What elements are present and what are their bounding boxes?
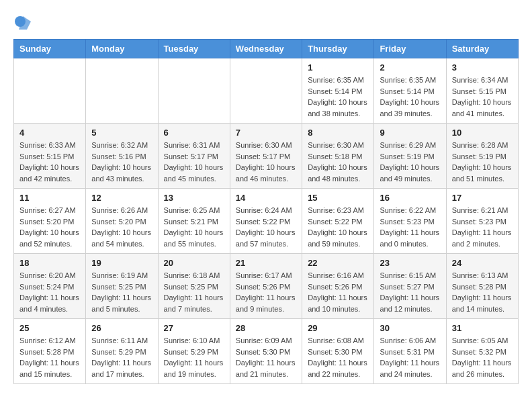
calendar-week-row-1: 1Sunrise: 6:35 AM Sunset: 5:14 PM Daylig… [14,58,519,124]
day-info: Sunrise: 6:27 AM Sunset: 5:20 PM Dayligh… [19,205,80,249]
day-info: Sunrise: 6:19 AM Sunset: 5:25 PM Dayligh… [91,270,152,314]
day-info: Sunrise: 6:31 AM Sunset: 5:17 PM Dayligh… [164,140,224,184]
day-info: Sunrise: 6:34 AM Sunset: 5:15 PM Dayligh… [452,75,513,119]
day-number: 11 [19,193,80,203]
day-number: 19 [91,258,152,268]
day-info: Sunrise: 6:12 AM Sunset: 5:28 PM Dayligh… [19,335,80,379]
day-number: 9 [380,128,440,138]
day-info: Sunrise: 6:11 AM Sunset: 5:29 PM Dayligh… [91,335,152,379]
day-number: 23 [380,258,440,268]
calendar-cell: 18Sunrise: 6:20 AM Sunset: 5:24 PM Dayli… [14,254,86,319]
day-info: Sunrise: 6:15 AM Sunset: 5:27 PM Dayligh… [380,270,440,314]
calendar-cell: 16Sunrise: 6:22 AM Sunset: 5:23 PM Dayli… [374,189,446,254]
day-number: 18 [19,258,80,268]
day-info: Sunrise: 6:33 AM Sunset: 5:15 PM Dayligh… [19,140,80,184]
day-number: 4 [19,128,80,138]
calendar-cell [230,58,302,124]
day-info: Sunrise: 6:17 AM Sunset: 5:26 PM Dayligh… [236,270,296,314]
day-info: Sunrise: 6:21 AM Sunset: 5:23 PM Dayligh… [452,205,513,249]
calendar-cell: 12Sunrise: 6:26 AM Sunset: 5:20 PM Dayli… [86,189,158,254]
day-info: Sunrise: 6:30 AM Sunset: 5:17 PM Dayligh… [236,140,296,184]
calendar-cell: 27Sunrise: 6:10 AM Sunset: 5:29 PM Dayli… [158,319,230,384]
day-number: 25 [19,323,80,333]
calendar-cell: 21Sunrise: 6:17 AM Sunset: 5:26 PM Dayli… [230,254,302,319]
calendar-cell: 4Sunrise: 6:33 AM Sunset: 5:15 PM Daylig… [14,124,86,189]
calendar-cell: 22Sunrise: 6:16 AM Sunset: 5:26 PM Dayli… [302,254,374,319]
weekday-header-friday: Friday [374,40,446,58]
calendar-cell [86,58,158,124]
calendar-cell: 2Sunrise: 6:35 AM Sunset: 5:14 PM Daylig… [374,58,446,124]
weekday-header-monday: Monday [86,40,158,58]
day-number: 13 [164,193,224,203]
calendar-cell: 13Sunrise: 6:25 AM Sunset: 5:21 PM Dayli… [158,189,230,254]
calendar-cell: 23Sunrise: 6:15 AM Sunset: 5:27 PM Dayli… [374,254,446,319]
day-number: 7 [236,128,296,138]
day-number: 24 [452,258,513,268]
calendar-cell: 14Sunrise: 6:24 AM Sunset: 5:22 PM Dayli… [230,189,302,254]
day-info: Sunrise: 6:05 AM Sunset: 5:32 PM Dayligh… [452,335,513,379]
calendar-cell: 20Sunrise: 6:18 AM Sunset: 5:25 PM Dayli… [158,254,230,319]
calendar-cell: 8Sunrise: 6:30 AM Sunset: 5:18 PM Daylig… [302,124,374,189]
day-info: Sunrise: 6:30 AM Sunset: 5:18 PM Dayligh… [308,140,368,184]
day-number: 21 [236,258,296,268]
day-info: Sunrise: 6:23 AM Sunset: 5:22 PM Dayligh… [308,205,368,249]
weekday-header-thursday: Thursday [302,40,374,58]
calendar-cell [158,58,230,124]
day-info: Sunrise: 6:13 AM Sunset: 5:28 PM Dayligh… [452,270,513,314]
day-info: Sunrise: 6:16 AM Sunset: 5:26 PM Dayligh… [308,270,368,314]
calendar-cell: 28Sunrise: 6:09 AM Sunset: 5:30 PM Dayli… [230,319,302,384]
day-number: 31 [452,323,513,333]
day-number: 22 [308,258,368,268]
calendar-cell: 17Sunrise: 6:21 AM Sunset: 5:23 PM Dayli… [446,189,518,254]
day-info: Sunrise: 6:25 AM Sunset: 5:21 PM Dayligh… [164,205,224,249]
calendar-cell: 26Sunrise: 6:11 AM Sunset: 5:29 PM Dayli… [86,319,158,384]
day-info: Sunrise: 6:22 AM Sunset: 5:23 PM Dayligh… [380,205,440,249]
calendar-cell: 15Sunrise: 6:23 AM Sunset: 5:22 PM Dayli… [302,189,374,254]
calendar-week-row-3: 11Sunrise: 6:27 AM Sunset: 5:20 PM Dayli… [14,189,519,254]
day-info: Sunrise: 6:28 AM Sunset: 5:19 PM Dayligh… [452,140,513,184]
logo [13,13,35,32]
day-number: 26 [91,323,152,333]
calendar-cell: 10Sunrise: 6:28 AM Sunset: 5:19 PM Dayli… [446,124,518,189]
day-number: 8 [308,128,368,138]
day-number: 20 [164,258,224,268]
day-number: 15 [308,193,368,203]
logo-icon [13,13,32,32]
calendar-week-row-5: 25Sunrise: 6:12 AM Sunset: 5:28 PM Dayli… [14,319,519,384]
day-info: Sunrise: 6:10 AM Sunset: 5:29 PM Dayligh… [164,335,224,379]
calendar-table: SundayMondayTuesdayWednesdayThursdayFrid… [13,39,519,384]
calendar-week-row-2: 4Sunrise: 6:33 AM Sunset: 5:15 PM Daylig… [14,124,519,189]
day-number: 30 [380,323,440,333]
day-info: Sunrise: 6:32 AM Sunset: 5:16 PM Dayligh… [91,140,152,184]
day-number: 14 [236,193,296,203]
day-info: Sunrise: 6:26 AM Sunset: 5:20 PM Dayligh… [91,205,152,249]
calendar-cell: 31Sunrise: 6:05 AM Sunset: 5:32 PM Dayli… [446,319,518,384]
weekday-header-saturday: Saturday [446,40,518,58]
day-number: 2 [380,62,440,73]
day-number: 27 [164,323,224,333]
day-number: 1 [308,62,368,73]
calendar-cell: 30Sunrise: 6:06 AM Sunset: 5:31 PM Dayli… [374,319,446,384]
weekday-header-wednesday: Wednesday [230,40,302,58]
day-number: 28 [236,323,296,333]
calendar-cell: 19Sunrise: 6:19 AM Sunset: 5:25 PM Dayli… [86,254,158,319]
day-info: Sunrise: 6:18 AM Sunset: 5:25 PM Dayligh… [164,270,224,314]
day-info: Sunrise: 6:24 AM Sunset: 5:22 PM Dayligh… [236,205,296,249]
calendar-cell: 3Sunrise: 6:34 AM Sunset: 5:15 PM Daylig… [446,58,518,124]
weekday-header-row: SundayMondayTuesdayWednesdayThursdayFrid… [14,40,519,58]
day-number: 17 [452,193,513,203]
calendar-cell: 9Sunrise: 6:29 AM Sunset: 5:19 PM Daylig… [374,124,446,189]
calendar-cell: 24Sunrise: 6:13 AM Sunset: 5:28 PM Dayli… [446,254,518,319]
calendar-cell: 1Sunrise: 6:35 AM Sunset: 5:14 PM Daylig… [302,58,374,124]
calendar-cell: 29Sunrise: 6:08 AM Sunset: 5:30 PM Dayli… [302,319,374,384]
day-info: Sunrise: 6:06 AM Sunset: 5:31 PM Dayligh… [380,335,440,379]
weekday-header-sunday: Sunday [14,40,86,58]
day-number: 5 [91,128,152,138]
day-info: Sunrise: 6:29 AM Sunset: 5:19 PM Dayligh… [380,140,440,184]
day-info: Sunrise: 6:35 AM Sunset: 5:14 PM Dayligh… [308,75,368,119]
calendar-cell: 11Sunrise: 6:27 AM Sunset: 5:20 PM Dayli… [14,189,86,254]
day-info: Sunrise: 6:20 AM Sunset: 5:24 PM Dayligh… [19,270,80,314]
weekday-header-tuesday: Tuesday [158,40,230,58]
page-header [13,13,519,32]
calendar-cell: 7Sunrise: 6:30 AM Sunset: 5:17 PM Daylig… [230,124,302,189]
